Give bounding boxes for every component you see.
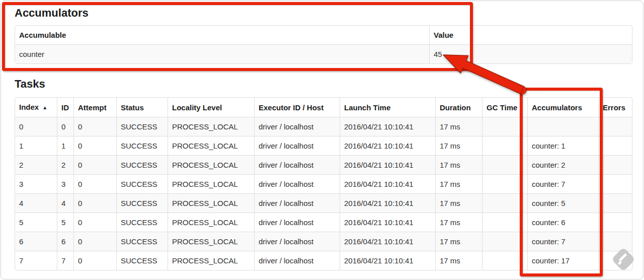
cell-errors	[598, 136, 632, 155]
cell-attempt: 0	[73, 155, 116, 174]
cell-index: 6	[15, 232, 57, 251]
col-header-launch-time[interactable]: Launch Time	[340, 98, 435, 117]
cell-errors	[598, 251, 632, 270]
col-header-id[interactable]: ID	[57, 98, 73, 117]
accumulators-table: Accumulable Value counter 45	[15, 25, 632, 64]
cell-launch-time: 2016/04/21 10:10:41	[340, 174, 435, 193]
cell-status: SUCCESS	[116, 251, 168, 270]
cell-executor: driver / localhost	[254, 232, 340, 251]
cell-locality: PROCESS_LOCAL	[168, 136, 254, 155]
cell-locality: PROCESS_LOCAL	[168, 232, 254, 251]
col-header-executor-id-host[interactable]: Executor ID / Host	[254, 98, 340, 117]
sort-ascending-icon: ▲	[42, 105, 47, 110]
cell-id: 5	[57, 213, 73, 232]
cell-attempt: 0	[73, 136, 116, 155]
cell-launch-time: 2016/04/21 10:10:41	[340, 193, 435, 213]
cell-locality: PROCESS_LOCAL	[168, 174, 254, 193]
cell-launch-time: 2016/04/21 10:10:41	[340, 136, 435, 155]
cell-accumulators: counter: 7	[527, 174, 598, 193]
col-header-gc-time[interactable]: GC Time	[482, 98, 527, 117]
cell-launch-time: 2016/04/21 10:10:41	[340, 232, 435, 251]
cell-errors	[598, 155, 632, 174]
cell-duration: 17 ms	[435, 251, 482, 270]
page-content: Accumulators Accumulable Value counter 4…	[15, 6, 631, 270]
col-header-locality-level[interactable]: Locality Level	[168, 98, 254, 117]
cell-id: 7	[57, 251, 73, 270]
col-header-value: Value	[429, 26, 632, 44]
tasks-section-title: Tasks	[15, 78, 631, 90]
cell-status: SUCCESS	[116, 136, 168, 155]
cell-id: 4	[57, 193, 73, 213]
cell-errors	[598, 193, 632, 213]
cell-locality: PROCESS_LOCAL	[168, 251, 254, 270]
col-header-index[interactable]: Index▲	[15, 98, 57, 117]
cell-locality: PROCESS_LOCAL	[168, 213, 254, 232]
cell-status: SUCCESS	[116, 232, 168, 251]
cell-attempt: 0	[73, 117, 116, 136]
col-header-duration[interactable]: Duration	[435, 98, 482, 117]
cell-index: 4	[15, 193, 57, 213]
cell-locality: PROCESS_LOCAL	[168, 155, 254, 174]
col-header-accumulators[interactable]: Accumulators	[527, 98, 598, 117]
cell-errors	[598, 232, 632, 251]
cell-launch-time: 2016/04/21 10:10:41	[340, 155, 435, 174]
col-header-attempt[interactable]: Attempt	[73, 98, 116, 117]
cell-errors	[598, 213, 632, 232]
cell-id: 6	[57, 232, 73, 251]
cell-index: 3	[15, 174, 57, 193]
task-row-0: 0 0 0 SUCCESS PROCESS_LOCAL driver / loc…	[15, 117, 632, 136]
col-header-status[interactable]: Status	[116, 98, 168, 117]
cell-attempt: 0	[73, 251, 116, 270]
cell-gc-time	[482, 193, 527, 213]
col-header-errors[interactable]: Errors	[598, 98, 632, 117]
cell-errors	[598, 117, 632, 136]
cell-index: 1	[15, 136, 57, 155]
cell-locality: PROCESS_LOCAL	[168, 117, 254, 136]
cell-accumulators: counter: 1	[527, 136, 598, 155]
accumulator-row: counter 45	[15, 44, 632, 63]
cell-index: 2	[15, 155, 57, 174]
cell-gc-time	[482, 174, 527, 193]
cell-status: SUCCESS	[116, 174, 168, 193]
task-row-1: 1 1 0 SUCCESS PROCESS_LOCAL driver / loc…	[15, 136, 632, 155]
cell-executor: driver / localhost	[254, 251, 340, 270]
cell-gc-time	[482, 136, 527, 155]
cell-gc-time	[482, 232, 527, 251]
cell-accumulators: counter: 6	[527, 213, 598, 232]
cell-status: SUCCESS	[116, 213, 168, 232]
cell-index: 0	[15, 117, 57, 136]
cell-launch-time: 2016/04/21 10:10:41	[340, 251, 435, 270]
cell-duration: 17 ms	[435, 174, 482, 193]
col-header-accumulable: Accumulable	[15, 26, 429, 44]
cell-duration: 17 ms	[435, 193, 482, 213]
cell-index: 5	[15, 213, 57, 232]
task-row-2: 2 2 0 SUCCESS PROCESS_LOCAL driver / loc…	[15, 155, 632, 174]
task-row-4: 4 4 0 SUCCESS PROCESS_LOCAL driver / loc…	[15, 193, 632, 213]
cell-gc-time	[482, 251, 527, 270]
task-row-3: 3 3 0 SUCCESS PROCESS_LOCAL driver / loc…	[15, 174, 632, 193]
cell-gc-time	[482, 213, 527, 232]
cell-gc-time	[482, 155, 527, 174]
cell-id: 2	[57, 155, 73, 174]
cell-attempt: 0	[73, 193, 116, 213]
cell-accumulators: counter: 17	[527, 251, 598, 270]
cell-duration: 17 ms	[435, 136, 482, 155]
cell-launch-time: 2016/04/21 10:10:41	[340, 213, 435, 232]
cell-executor: driver / localhost	[254, 174, 340, 193]
cell-id: 0	[57, 117, 73, 136]
cell-errors	[598, 174, 632, 193]
cell-accumulators: counter: 5	[527, 193, 598, 213]
cell-attempt: 0	[73, 174, 116, 193]
cell-launch-time: 2016/04/21 10:10:41	[340, 117, 435, 136]
cell-status: SUCCESS	[116, 155, 168, 174]
accumulators-section-title: Accumulators	[15, 7, 631, 19]
cell-attempt: 0	[73, 213, 116, 232]
cell-duration: 17 ms	[435, 213, 482, 232]
cell-executor: driver / localhost	[254, 155, 340, 174]
task-row-6: 6 6 0 SUCCESS PROCESS_LOCAL driver / loc…	[15, 232, 632, 251]
cell-gc-time	[482, 117, 527, 136]
cell-accumulators: counter: 2	[527, 155, 598, 174]
cell-locality: PROCESS_LOCAL	[168, 193, 254, 213]
cell-accumulators: counter: 7	[527, 232, 598, 251]
cell-index: 7	[15, 251, 57, 270]
